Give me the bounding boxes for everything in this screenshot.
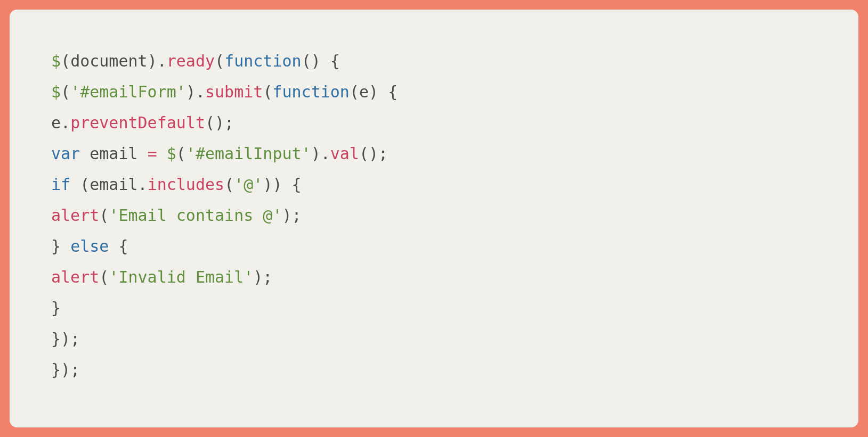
- code-token: (: [176, 144, 186, 163]
- code-token: ready: [167, 52, 215, 70]
- code-token: {: [109, 237, 128, 255]
- code-line: } else {: [51, 237, 128, 255]
- code-token: (: [61, 52, 70, 70]
- code-line: $('#emailForm').submit(function(e) {: [51, 83, 398, 101]
- code-token: (: [99, 206, 109, 225]
- code-token: (: [61, 83, 70, 101]
- code-token: }: [51, 237, 70, 255]
- code-token: '@': [234, 175, 263, 194]
- code-token: (: [263, 83, 272, 101]
- code-token: ();: [205, 113, 234, 132]
- code-token: alert: [51, 206, 99, 225]
- code-token: preventDefault: [70, 113, 205, 132]
- code-token: else: [70, 237, 109, 255]
- code-line: if (email.includes('@')) {: [51, 175, 302, 194]
- code-block: $(document).ready(function() { $('#email…: [10, 10, 858, 385]
- code-token: =: [148, 144, 157, 163]
- code-token: $: [167, 144, 176, 163]
- code-token: () {: [302, 52, 340, 70]
- code-token: document: [70, 52, 148, 70]
- code-token: );: [253, 268, 272, 286]
- code-line: e.preventDefault();: [51, 113, 234, 132]
- code-token: ).: [148, 52, 167, 70]
- code-line: });: [51, 360, 80, 379]
- code-token: )) {: [263, 175, 301, 194]
- code-token: includes: [148, 175, 225, 194]
- code-token: (: [215, 52, 224, 70]
- code-token: [157, 144, 167, 163]
- code-token: e.: [51, 113, 70, 132]
- code-token: submit: [205, 83, 263, 101]
- code-token: email: [80, 144, 147, 163]
- code-block-frame: $(document).ready(function() { $('#email…: [10, 10, 858, 427]
- code-token: 'Email contains @': [109, 206, 282, 225]
- code-token: });: [51, 360, 80, 379]
- code-line: alert('Invalid Email');: [51, 268, 272, 286]
- code-token: ).: [186, 83, 205, 101]
- code-token: alert: [51, 268, 99, 286]
- code-line: var email = $('#emailInput').val();: [51, 144, 388, 163]
- code-token: (email.: [70, 175, 148, 194]
- code-token: $: [51, 52, 61, 70]
- code-token: (: [99, 268, 109, 286]
- code-token: }: [51, 299, 61, 317]
- code-token: });: [51, 329, 80, 348]
- code-line: }: [51, 299, 61, 317]
- code-token: if: [51, 175, 70, 194]
- code-line: alert('Email contains @');: [51, 206, 302, 225]
- code-line: $(document).ready(function() {: [51, 52, 340, 70]
- code-token: (e) {: [350, 83, 398, 101]
- code-token: 'Invalid Email': [109, 268, 253, 286]
- code-token: '#emailForm': [70, 83, 186, 101]
- code-token: function: [224, 52, 302, 70]
- code-token: ).: [311, 144, 330, 163]
- code-token: (: [224, 175, 234, 194]
- code-token: $: [51, 83, 61, 101]
- code-token: );: [282, 206, 301, 225]
- code-token: var: [51, 144, 80, 163]
- code-line: });: [51, 329, 80, 348]
- code-token: val: [330, 144, 359, 163]
- code-token: '#emailInput': [186, 144, 311, 163]
- code-token: ();: [359, 144, 388, 163]
- code-token: function: [272, 83, 350, 101]
